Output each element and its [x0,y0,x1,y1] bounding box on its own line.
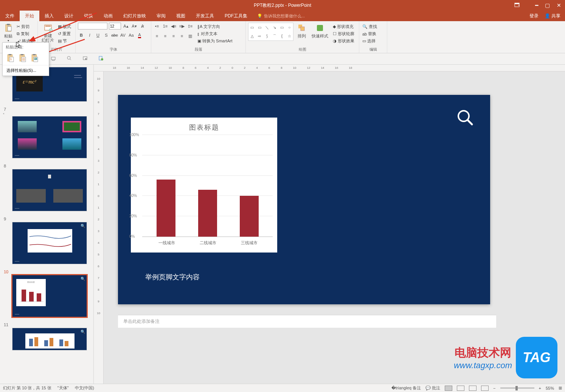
increase-indent-button[interactable]: ≡▶ [179,23,185,29]
line-spacing-button[interactable]: ‡≡ [187,23,194,29]
font-family-combo[interactable] [78,23,107,29]
paste-use-destination-button[interactable] [18,53,28,64]
slide-canvas[interactable]: 图表标题 0% 20% 40% 60% 80% 100% [118,95,490,304]
tab-review[interactable]: 审阅 [151,11,171,21]
sorter-view-button[interactable] [457,386,464,391]
find-button[interactable]: 🔍查找 [362,23,385,30]
qat-icon-6[interactable] [82,56,88,62]
paste-special-button[interactable]: 选择性粘贴(S)... [3,65,49,76]
shape-line-icon[interactable]: ＼ [263,23,271,32]
notes-toggle[interactable]: �triangleq 备注 [391,385,421,391]
shape-fill-button[interactable]: ◆形状填充 [332,23,355,30]
underline-button[interactable]: U [95,32,101,39]
magnifier-icon[interactable] [457,109,474,128]
notes-pane[interactable]: 单击此处添加备注 [118,315,496,328]
decrease-indent-button[interactable]: ◀≡ [170,23,177,29]
convert-smartart-button[interactable]: ▣转换为 SmartArt [197,38,233,44]
tab-transitions[interactable]: 切换 [79,11,98,21]
ribbon-display-options-icon[interactable] [514,3,520,8]
font-color-button[interactable]: A [136,32,143,39]
thumbnail-slide-7[interactable]: ━━━━ [12,116,87,158]
font-size-combo[interactable] [109,23,121,29]
numbering-button[interactable]: 1≡ [162,23,169,29]
slideshow-view-button[interactable] [481,386,489,391]
qat-icon-5[interactable] [67,56,72,62]
share-button[interactable]: 👤 共享 [545,13,560,19]
shapes-gallery[interactable]: ▭▭＼↘▭○ △⇨⟆⌒{☆ [248,23,293,41]
quick-styles-button[interactable]: 快速样式 [310,23,330,44]
fit-window-button[interactable]: ⊞ [559,386,562,390]
zoom-out-button[interactable]: − [493,386,495,390]
increase-font-icon[interactable]: A▴ [123,23,129,29]
zoom-percent[interactable]: 55% [546,386,554,390]
shadow-button[interactable]: S [103,32,110,39]
tab-design[interactable]: 设计 [59,11,79,21]
zoom-in-button[interactable]: + [539,386,541,390]
bold-button[interactable]: B [78,32,85,39]
decrease-font-icon[interactable]: A▾ [131,23,138,29]
shape-arrow-icon[interactable]: ↘ [271,23,278,32]
replace-button[interactable]: ab替换 [362,31,385,37]
qat-icon-7[interactable] [98,56,104,62]
minimize-icon[interactable]: ━ [535,2,538,8]
clear-format-icon[interactable]: A̷ [139,23,146,29]
paste-keep-source-button[interactable] [6,53,16,64]
tab-home[interactable]: 开始 [20,11,39,21]
shape-effects-button[interactable]: ◑形状效果 [332,38,355,44]
tab-view[interactable]: 视图 [171,11,191,21]
shape-rect-icon[interactable]: ▭ [248,23,256,32]
paste-button[interactable]: 粘贴 ▾ [2,23,14,44]
thumbnail-slide-11[interactable]: 🔍 [12,328,87,350]
thumbnail-slide-8[interactable]: ━━━━ [12,169,87,211]
close-icon[interactable]: ✕ [557,2,561,8]
align-center-button[interactable]: ≡ [162,33,169,39]
slide-thumbnail-panel[interactable]: ε=mc² ━━━━━━━━━━━━━ ━━━━ 7 * ━━━━ 8 [0,65,94,386]
char-spacing-button[interactable]: AV [120,32,126,39]
align-text-button[interactable]: ⫿对齐文本 [197,31,233,37]
tab-animations[interactable]: 动画 [98,11,118,21]
bullets-button[interactable]: •≡ [154,23,160,29]
cut-button[interactable]: ✂剪切 [16,23,35,30]
zoom-slider[interactable] [500,387,534,389]
maximize-icon[interactable]: ▢ [545,2,550,8]
qat-icon-4[interactable] [51,56,56,62]
tab-slideshow[interactable]: 幻灯片放映 [118,11,151,21]
new-slide-button[interactable]: 新建 幻灯片 [40,23,56,44]
chart-object[interactable]: 图表标题 0% 20% 40% 60% 80% 100% [131,118,277,253]
shape-oval-icon[interactable]: ○ [286,23,293,32]
shape-brace-icon[interactable]: { [278,32,286,40]
columns-button[interactable]: ▥ [187,33,194,39]
shape-star-icon[interactable]: ☆ [286,32,293,40]
shape-rect2-icon[interactable]: ▭ [256,23,264,32]
align-left-button[interactable]: ≡ [154,33,160,39]
layout-button[interactable]: ▦版式 [57,23,72,30]
reset-button[interactable]: ↺重置 [57,31,72,37]
select-button[interactable]: ▭选择 [362,38,385,44]
tab-insert[interactable]: 插入 [39,11,59,21]
slide-counter[interactable]: 幻灯片 第 10 张，共 15 张 [3,385,51,391]
comments-toggle[interactable]: 💬 批注 [425,385,440,391]
tab-developer[interactable]: 开发工具 [191,11,219,21]
paste-picture-button[interactable] [30,53,40,64]
shape-outline-button[interactable]: ☐形状轮廓 [332,31,355,37]
tab-file[interactable]: 文件 [0,11,20,21]
shape-triangle-icon[interactable]: △ [248,32,256,40]
section-button[interactable]: ▤节 [57,38,72,44]
thumbnail-slide-10[interactable]: 🔍 图表标题 ━━━━ [12,275,87,317]
thumbnail-slide-9[interactable]: 🔍 ━━━━ [12,222,87,264]
reading-view-button[interactable] [469,386,477,391]
justify-button[interactable]: ≡ [179,33,185,39]
tell-me-search[interactable]: 💡 告诉我您想要做什么... [257,13,305,19]
italic-button[interactable]: I [86,32,93,39]
copy-button[interactable]: ⧉复制 [16,31,35,37]
login-link[interactable]: 登录 [529,13,539,19]
language-indicator[interactable]: 中文(中国) [75,385,94,391]
change-case-button[interactable]: Aa [128,32,135,39]
slide-footer-text[interactable]: 举例页脚文字内容 [145,273,200,282]
strike-button[interactable]: abc [111,32,118,39]
shape-rect3-icon[interactable]: ▭ [278,23,286,32]
normal-view-button[interactable] [445,386,452,391]
text-direction-button[interactable]: ‖A文字方向 [197,23,233,30]
arrange-button[interactable]: 排列 [296,23,308,44]
shape-curve-icon[interactable]: ⟆ [263,32,271,40]
